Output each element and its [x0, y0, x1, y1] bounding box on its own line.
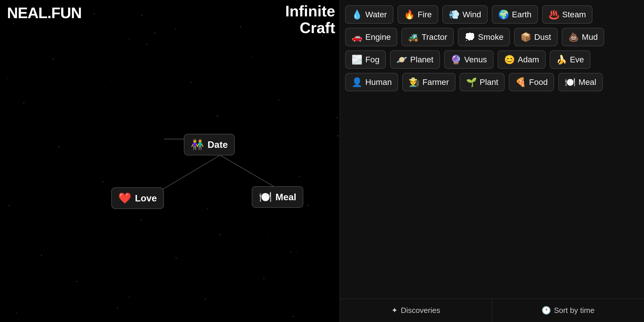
sort-by-time-button[interactable]: 🕐 Sort by time [492, 299, 644, 322]
element-dust[interactable]: 📦 Dust [514, 28, 558, 46]
star [29, 66, 29, 67]
craft-node-meal[interactable]: 🍽️ Meal [252, 186, 303, 208]
element-fire-label: Fire [418, 10, 432, 19]
star [146, 44, 147, 45]
love-label: Love [135, 193, 157, 204]
date-label: Date [208, 139, 228, 150]
star [41, 255, 42, 256]
star [296, 251, 296, 251]
element-human[interactable]: 👤 Human [345, 73, 398, 91]
star [155, 32, 155, 33]
star [117, 307, 118, 308]
element-steam-label: Steam [562, 10, 586, 19]
star [290, 251, 291, 252]
title-line2: Craft [285, 20, 335, 36]
element-food[interactable]: 🍕 Food [509, 73, 554, 91]
star [7, 78, 8, 79]
star [220, 234, 220, 235]
element-adam-label: Adam [518, 55, 539, 64]
star [76, 281, 77, 282]
star [141, 15, 142, 16]
star [92, 158, 92, 159]
element-meal-label: Meal [578, 78, 596, 87]
element-fire[interactable]: 🔥 Fire [398, 5, 438, 24]
element-mud[interactable]: 💩 Mud [562, 28, 604, 46]
date-emoji: 👫 [191, 138, 204, 151]
element-water[interactable]: 💧 Water [345, 5, 393, 24]
star [231, 73, 231, 74]
element-wind-label: Wind [463, 10, 481, 19]
title-line1: Infinite [285, 3, 335, 20]
star [296, 291, 297, 292]
star [9, 205, 10, 206]
love-emoji: ❤️ [118, 192, 131, 204]
element-fog[interactable]: 🌫️ Fog [345, 50, 386, 69]
elements-grid: 💧 Water 🔥 Fire 💨 Wind 🌍 Earth ♨️ Steam 🚗… [340, 0, 644, 299]
element-engine[interactable]: 🚗 Engine [345, 28, 397, 46]
bottom-bar: ✦ Discoveries 🕐 Sort by time [340, 299, 644, 322]
star [251, 56, 253, 57]
element-dust-label: Dust [534, 32, 551, 42]
star [129, 297, 130, 298]
star [240, 26, 241, 27]
element-engine-label: Engine [365, 32, 391, 42]
star [323, 83, 324, 84]
element-meal[interactable]: 🍽️ Meal [558, 73, 603, 91]
sort-icon: 🕐 [542, 306, 551, 315]
element-earth[interactable]: 🌍 Earth [492, 5, 538, 24]
element-adam[interactable]: 😊 Adam [498, 50, 546, 69]
element-steam[interactable]: ♨️ Steam [542, 5, 592, 24]
element-planet[interactable]: 🪐 Planet [390, 50, 440, 69]
element-water-label: Water [365, 10, 387, 19]
star [293, 316, 294, 317]
element-eve-label: Eve [570, 55, 584, 64]
star [247, 129, 248, 130]
element-tractor[interactable]: 🚜 Tractor [401, 28, 454, 46]
element-plant[interactable]: 🌱 Plant [460, 73, 505, 91]
element-wind[interactable]: 💨 Wind [442, 5, 488, 24]
element-smoke-label: Smoke [478, 32, 503, 42]
element-earth-label: Earth [512, 10, 532, 19]
star [16, 312, 17, 313]
meal-canvas-emoji: 🍽️ [259, 191, 272, 203]
element-tractor-label: Tractor [422, 32, 447, 42]
element-smoke[interactable]: 💭 Smoke [458, 28, 510, 46]
sidebar: 💧 Water 🔥 Fire 💨 Wind 🌍 Earth ♨️ Steam 🚗… [340, 0, 644, 322]
element-farmer-label: Farmer [422, 78, 449, 87]
star [205, 299, 206, 299]
element-mud-label: Mud [582, 32, 598, 42]
star [227, 249, 227, 249]
star [141, 220, 141, 220]
element-farmer[interactable]: 👨‍🌾 Farmer [402, 73, 455, 91]
star [59, 146, 59, 147]
star [301, 181, 301, 181]
element-eve[interactable]: 🍌 Eve [550, 50, 590, 69]
star [38, 236, 39, 237]
element-human-label: Human [365, 78, 392, 87]
star [176, 258, 177, 258]
star [94, 13, 95, 14]
craft-node-date[interactable]: 👫 Date [184, 134, 235, 155]
star [196, 236, 196, 236]
star [102, 181, 103, 182]
star [307, 205, 308, 206]
discoveries-icon: ✦ [391, 306, 398, 315]
star [283, 44, 284, 44]
star [129, 39, 129, 40]
element-planet-label: Planet [410, 55, 433, 64]
star [13, 23, 14, 24]
star [21, 163, 22, 164]
star [175, 28, 176, 29]
craft-node-love[interactable]: ❤️ Love [111, 187, 164, 209]
discoveries-button[interactable]: ✦ Discoveries [340, 299, 492, 322]
star [308, 216, 309, 217]
star [263, 278, 264, 279]
logo: NEAL.FUN [7, 5, 82, 20]
star [23, 102, 24, 103]
star [337, 135, 338, 136]
element-venus[interactable]: 🔮 Venus [444, 50, 494, 69]
star [130, 298, 130, 299]
star [212, 62, 212, 63]
star [215, 59, 216, 60]
element-food-label: Food [529, 78, 548, 87]
